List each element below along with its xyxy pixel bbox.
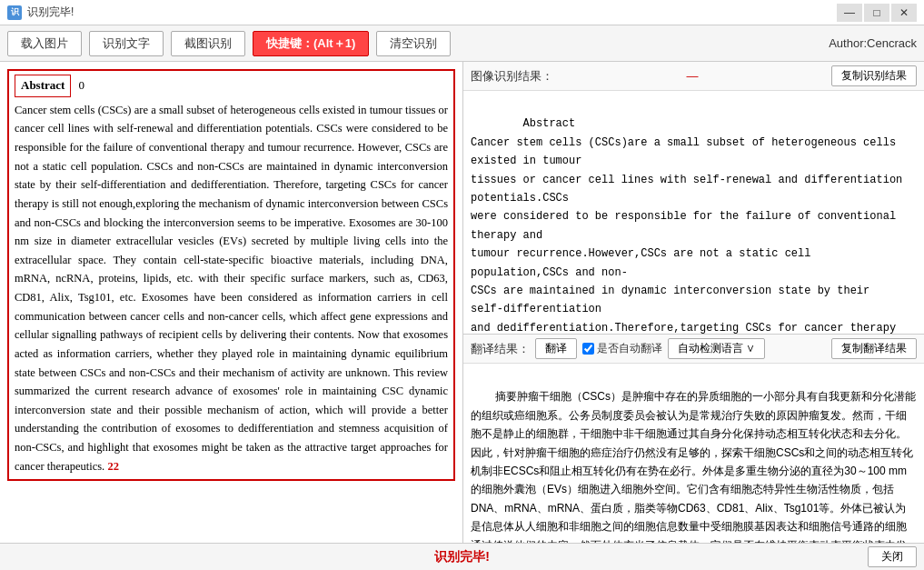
translation-text-area[interactable]: 摘要肿瘤干细胞（CSCs）是肿瘤中存在的异质细胞的一小部分具有自我更新和分化潜能…: [463, 364, 924, 543]
right-panel: 图像识别结果： — 复制识别结果 Abstract Cancer stem ce…: [463, 62, 924, 543]
maximize-button[interactable]: □: [864, 4, 889, 22]
load-image-button[interactable]: 载入图片: [7, 31, 82, 56]
abstract-label: Abstract: [15, 75, 71, 97]
ocr-title: 图像识别结果：: [471, 68, 553, 85]
main-content: Abstract 0 Cancer stem cells (CSCs) are …: [0, 62, 924, 543]
clear-recognize-button[interactable]: 清空识别: [376, 31, 451, 56]
hotkey-button[interactable]: 快捷键：(Alt＋1): [253, 31, 369, 56]
auto-translate-checkbox[interactable]: [582, 343, 594, 355]
ocr-header: 图像识别结果： — 复制识别结果: [463, 62, 924, 91]
title-bar: 识 识别完毕! — □ ✕: [0, 0, 924, 25]
ocr-text-content: Abstract Cancer stem cells (CSCs)are a s…: [471, 117, 909, 334]
close-window-button[interactable]: ✕: [891, 4, 917, 22]
text-content-box: Abstract 0 Cancer stem cells (CSCs) are …: [7, 69, 455, 481]
status-text: 识别完毕!: [434, 549, 490, 565]
bottom-bar: 识别完毕! 关闭: [0, 543, 924, 570]
ocr-copy-button[interactable]: 复制识别结果: [831, 65, 917, 86]
app-icon: 识: [7, 5, 22, 20]
abstract-num: 0: [78, 76, 84, 95]
ocr-dash: —: [687, 69, 699, 83]
left-panel: Abstract 0 Cancer stem cells (CSCs) are …: [0, 62, 463, 543]
minimize-button[interactable]: —: [837, 4, 862, 22]
text-body: Cancer stem cells (CSCs) are a small sub…: [15, 101, 448, 476]
translation-label: 翻译结果：: [471, 341, 530, 357]
recognize-text-button[interactable]: 识别文字: [89, 31, 164, 56]
translation-header: 翻译结果： 翻译 是否自动翻译 自动检测语言 ∨ 复制翻译结果: [463, 335, 924, 364]
translation-section: 翻译结果： 翻译 是否自动翻译 自动检测语言 ∨ 复制翻译结果 摘要肿瘤干细胞（…: [463, 335, 924, 543]
title-bar-left: 识 识别完毕!: [7, 5, 74, 20]
abstract-header: Abstract 0: [15, 75, 448, 97]
translate-button[interactable]: 翻译: [535, 338, 577, 359]
toolbar: 载入图片 识别文字 截图识别 快捷键：(Alt＋1) 清空识别 Author:C…: [0, 25, 924, 62]
window-controls: — □ ✕: [837, 4, 917, 22]
translation-copy-button[interactable]: 复制翻译结果: [831, 338, 917, 359]
author-label: Author:Cencrack: [829, 36, 917, 50]
app-title: 识别完毕!: [27, 5, 74, 20]
page-number: 22: [107, 460, 119, 473]
ocr-text-area[interactable]: Abstract Cancer stem cells (CSCs)are a s…: [463, 91, 924, 334]
auto-translate-checkbox-label[interactable]: 是否自动翻译: [582, 341, 662, 356]
ocr-section: 图像识别结果： — 复制识别结果 Abstract Cancer stem ce…: [463, 62, 924, 335]
left-scroll-area[interactable]: Abstract 0 Cancer stem cells (CSCs) are …: [0, 62, 462, 543]
close-button[interactable]: 关闭: [868, 546, 917, 567]
translation-text-content: 摘要肿瘤干细胞（CSCs）是肿瘤中存在的异质细胞的一小部分具有自我更新和分化潜能…: [471, 390, 917, 543]
detect-language-button[interactable]: 自动检测语言 ∨: [668, 338, 765, 359]
screenshot-recognize-button[interactable]: 截图识别: [171, 31, 245, 56]
auto-translate-label: 是否自动翻译: [597, 341, 662, 356]
